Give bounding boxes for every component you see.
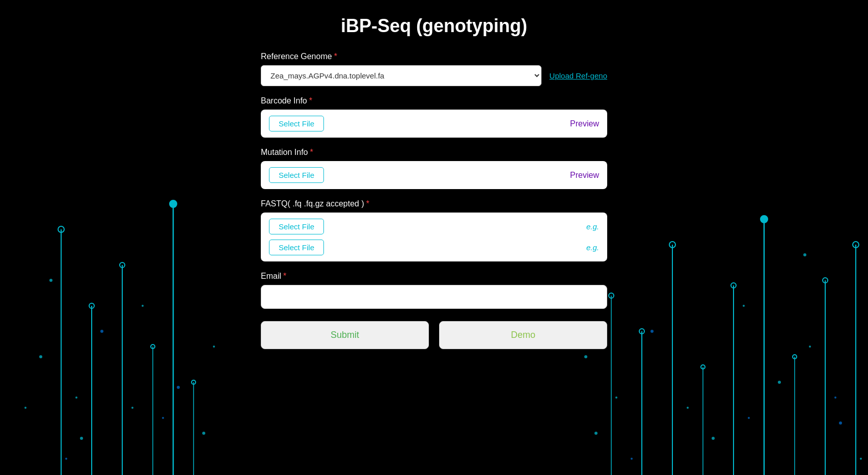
email-label: Email* [261,272,607,281]
fastq-row-1: Select File e.g. [269,219,599,234]
svg-point-38 [177,386,180,389]
svg-point-35 [162,417,164,419]
svg-point-33 [131,407,133,409]
fastq-eg-2: e.g. [586,243,599,252]
svg-point-30 [39,355,42,358]
upload-ref-genome-button[interactable]: Upload Ref-geno [550,71,607,80]
svg-point-40 [24,407,26,409]
email-label-text: Email [261,272,281,280]
ref-genome-required: * [334,52,337,61]
mutation-file-box: Select File Preview [261,161,607,189]
email-input[interactable] [261,285,607,309]
reference-genome-group: Reference Genome* Zea_mays.AGPv4.dna.top… [261,52,607,86]
mutation-select-file-button[interactable]: Select File [269,167,324,183]
ref-genome-row: Zea_mays.AGPv4.dna.toplevel.faArabidopsi… [261,65,607,86]
form-container: Reference Genome* Zea_mays.AGPv4.dna.top… [261,52,607,349]
demo-button[interactable]: Demo [439,321,607,349]
svg-point-46 [687,407,689,409]
fastq-row-2: Select File e.g. [269,240,599,255]
buttons-row: Submit Demo [261,321,607,349]
fastq-box: Select File e.g. Select File e.g. [261,213,607,261]
svg-point-19 [701,365,705,369]
email-required: * [283,272,286,280]
mutation-info-group: Mutation Info* Select File Preview [261,148,607,189]
barcode-info-label: Barcode Info* [261,96,607,105]
fastq-eg-1: e.g. [586,222,599,231]
svg-point-11 [192,380,196,384]
fastq-label-text: FASTQ( .fq .fq.gz accepted ) [261,199,364,208]
ref-genome-label-text: Reference Genome [261,52,332,61]
svg-point-49 [778,381,781,384]
svg-point-41 [202,432,205,435]
ref-genome-select[interactable]: Zea_mays.AGPv4.dna.toplevel.faArabidopsi… [261,65,541,86]
barcode-select-file-button[interactable]: Select File [269,116,324,131]
barcode-required: * [309,96,312,105]
svg-point-48 [748,417,750,419]
barcode-file-box: Select File Preview [261,110,607,138]
fastq-label: FASTQ( .fq .fq.gz accepted )* [261,199,607,208]
barcode-info-group: Barcode Info* Select File Preview [261,96,607,138]
mutation-info-label: Mutation Info* [261,148,607,157]
mutation-preview-button[interactable]: Preview [570,171,599,180]
svg-point-54 [594,432,598,435]
fastq-group: FASTQ( .fq .fq.gz accepted )* Select Fil… [261,199,607,261]
svg-point-55 [631,458,633,460]
barcode-preview-button[interactable]: Preview [570,119,599,128]
page-title: iBP-Seq (genotyping) [341,15,527,37]
svg-point-47 [712,437,715,440]
svg-point-42 [65,458,67,460]
email-group: Email* [261,272,607,309]
mutation-required: * [310,148,313,156]
fastq-select-file-button-1[interactable]: Select File [269,219,324,234]
svg-point-52 [860,458,862,460]
svg-point-51 [839,421,842,425]
submit-button[interactable]: Submit [261,321,429,349]
mutation-label-text: Mutation Info [261,148,308,156]
reference-genome-label: Reference Genome* [261,52,607,61]
svg-point-31 [75,397,77,399]
svg-point-58 [834,397,836,399]
fastq-required: * [366,199,369,208]
svg-point-44 [615,397,617,399]
svg-point-43 [584,355,587,358]
fastq-select-file-button-2[interactable]: Select File [269,240,324,255]
svg-point-25 [793,355,797,359]
barcode-label-text: Barcode Info [261,96,307,105]
svg-point-34 [80,437,83,440]
